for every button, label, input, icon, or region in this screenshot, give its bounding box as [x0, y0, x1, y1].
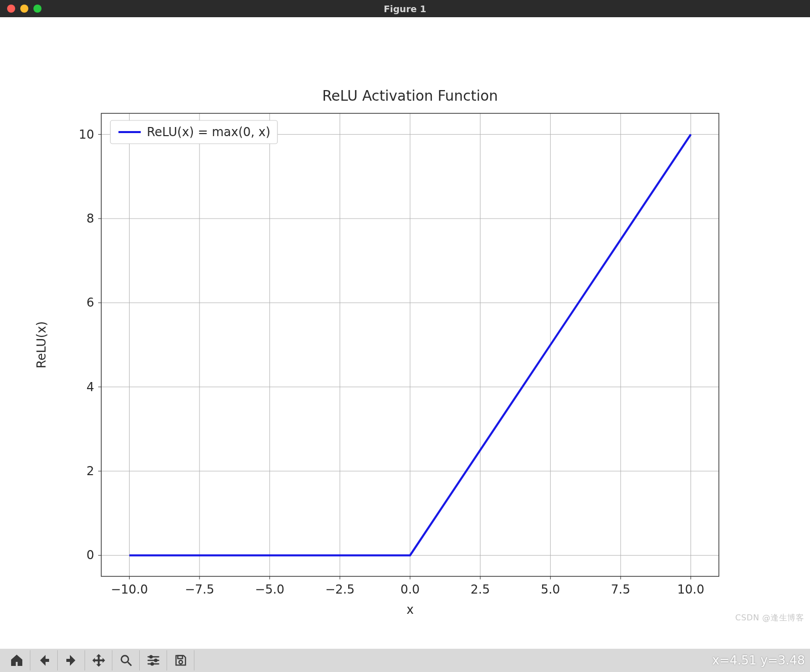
- back-button[interactable]: [30, 650, 58, 670]
- arrow-right-icon: [64, 653, 78, 667]
- y-tick-label: 2: [87, 464, 94, 478]
- y-tick-label: 8: [87, 212, 94, 226]
- chart: ReLU Activation Function−10.0−7.5−5.0−2.…: [0, 17, 810, 649]
- x-tick-label: 0.0: [400, 582, 420, 597]
- watermark: CSDN @逢生博客: [735, 613, 804, 623]
- x-tick-label: 2.5: [471, 582, 490, 597]
- x-tick-label: −2.5: [325, 582, 354, 597]
- save-button[interactable]: [167, 650, 194, 670]
- svg-point-0: [121, 656, 128, 663]
- x-tick-label: −5.0: [255, 582, 285, 597]
- home-icon: [10, 653, 24, 667]
- svg-point-7: [151, 663, 153, 665]
- pan-button[interactable]: [85, 650, 112, 670]
- forward-button[interactable]: [58, 650, 85, 670]
- chart-title: ReLU Activation Function: [322, 88, 498, 104]
- x-tick-label: −10.0: [111, 582, 148, 597]
- x-tick-label: 10.0: [677, 582, 704, 597]
- arrow-left-icon: [37, 653, 51, 667]
- legend-label: ReLU(x) = max(0, x): [147, 125, 270, 139]
- move-icon: [92, 653, 106, 667]
- coord-readout: x=4.51 y=3.48: [712, 653, 805, 667]
- y-tick-label: 10: [78, 128, 94, 142]
- svg-rect-8: [178, 656, 182, 659]
- x-tick-label: 5.0: [541, 582, 560, 597]
- svg-point-9: [179, 660, 182, 664]
- x-tick-label: −7.5: [185, 582, 214, 597]
- x-axis-label: x: [407, 603, 414, 617]
- y-tick-label: 6: [87, 296, 94, 310]
- figure-canvas[interactable]: ReLU Activation Function−10.0−7.5−5.0−2.…: [0, 17, 810, 649]
- svg-point-6: [154, 659, 157, 662]
- y-axis-label: ReLU(x): [34, 321, 49, 368]
- zoom-button[interactable]: [112, 650, 140, 670]
- home-button[interactable]: [3, 650, 30, 670]
- x-tick-label: 7.5: [611, 582, 630, 597]
- svg-line-1: [128, 662, 131, 666]
- svg-point-5: [150, 656, 152, 658]
- sliders-icon: [146, 653, 160, 667]
- mpl-toolbar: x=4.51 y=3.48: [0, 649, 810, 672]
- figure-window: Figure 1 ReLU Activation Function−10.0−7…: [0, 0, 810, 672]
- y-tick-label: 4: [87, 380, 94, 394]
- zoom-icon: [119, 653, 133, 667]
- configure-button[interactable]: [140, 650, 167, 670]
- save-icon: [174, 653, 188, 667]
- y-tick-label: 0: [87, 548, 94, 562]
- window-title: Figure 1: [0, 4, 810, 14]
- titlebar[interactable]: Figure 1: [0, 0, 810, 17]
